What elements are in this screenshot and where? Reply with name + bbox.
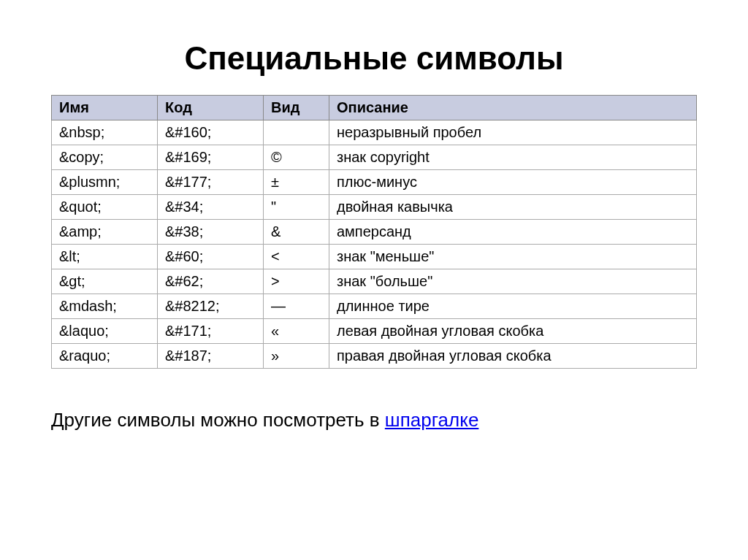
cell-view: " — [264, 195, 329, 220]
cell-view: © — [264, 145, 329, 170]
cell-code: &#60; — [158, 245, 264, 269]
cell-view: » — [264, 344, 329, 369]
cell-code: &#160; — [158, 120, 264, 145]
cell-name: &nbsp; — [52, 120, 158, 145]
cell-name: &quot; — [52, 195, 158, 220]
cell-code: &#177; — [158, 170, 264, 195]
cell-code: &#38; — [158, 220, 264, 245]
header-view: Вид — [264, 96, 329, 120]
cell-desc: неразрывный пробел — [329, 120, 697, 145]
cell-code: &#169; — [158, 145, 264, 170]
table-row: &plusmn;&#177;±плюс-минус — [52, 170, 697, 195]
cell-view: ± — [264, 170, 329, 195]
cell-name: &copy; — [52, 145, 158, 170]
cell-view — [264, 120, 329, 145]
cell-name: &gt; — [52, 269, 158, 294]
header-code: Код — [158, 96, 264, 120]
cell-code: &#187; — [158, 344, 264, 369]
cell-desc: знак "больше" — [329, 269, 697, 294]
cell-desc: знак "меньше" — [329, 245, 697, 269]
cell-desc: правая двойная угловая скобка — [329, 344, 697, 369]
cell-code: &#8212; — [158, 294, 264, 319]
cell-name: &lt; — [52, 245, 158, 269]
cell-code: &#62; — [158, 269, 264, 294]
page-title: Специальные символы — [51, 40, 697, 77]
cell-name: &laquo; — [52, 319, 158, 344]
cell-code: &#34; — [158, 195, 264, 220]
cell-desc: знак copyright — [329, 145, 697, 170]
table-row: &amp;&#38;&амперсанд — [52, 220, 697, 245]
table-row: &laquo;&#171;«левая двойная угловая скоб… — [52, 319, 697, 344]
cell-desc: амперсанд — [329, 220, 697, 245]
cell-name: &plusmn; — [52, 170, 158, 195]
table-row: &raquo;&#187;»правая двойная угловая ско… — [52, 344, 697, 369]
cell-desc: плюс-минус — [329, 170, 697, 195]
cell-name: &raquo; — [52, 344, 158, 369]
cell-view: & — [264, 220, 329, 245]
cell-desc: длинное тире — [329, 294, 697, 319]
cell-view: > — [264, 269, 329, 294]
table-header-row: Имя Код Вид Описание — [52, 96, 697, 120]
footer-prefix: Другие символы можно посмотреть в — [51, 409, 385, 431]
cell-desc: левая двойная угловая скобка — [329, 319, 697, 344]
table-row: &lt;&#60;<знак "меньше" — [52, 245, 697, 269]
header-name: Имя — [52, 96, 158, 120]
cell-view: « — [264, 319, 329, 344]
cell-name: &amp; — [52, 220, 158, 245]
table-row: &copy;&#169;©знак copyright — [52, 145, 697, 170]
table-row: &quot;&#34;"двойная кавычка — [52, 195, 697, 220]
table-row: &gt;&#62;>знак "больше" — [52, 269, 697, 294]
cell-desc: двойная кавычка — [329, 195, 697, 220]
footer-note: Другие символы можно посмотреть в шпарга… — [51, 409, 697, 431]
cheatsheet-link[interactable]: шпаргалке — [385, 409, 479, 431]
cell-view: < — [264, 245, 329, 269]
cell-code: &#171; — [158, 319, 264, 344]
header-desc: Описание — [329, 96, 697, 120]
cell-name: &mdash; — [52, 294, 158, 319]
symbols-table: Имя Код Вид Описание &nbsp;&#160; неразр… — [51, 95, 697, 369]
table-row: &nbsp;&#160; неразрывный пробел — [52, 120, 697, 145]
table-row: &mdash;&#8212;—длинное тире — [52, 294, 697, 319]
cell-view: — — [264, 294, 329, 319]
